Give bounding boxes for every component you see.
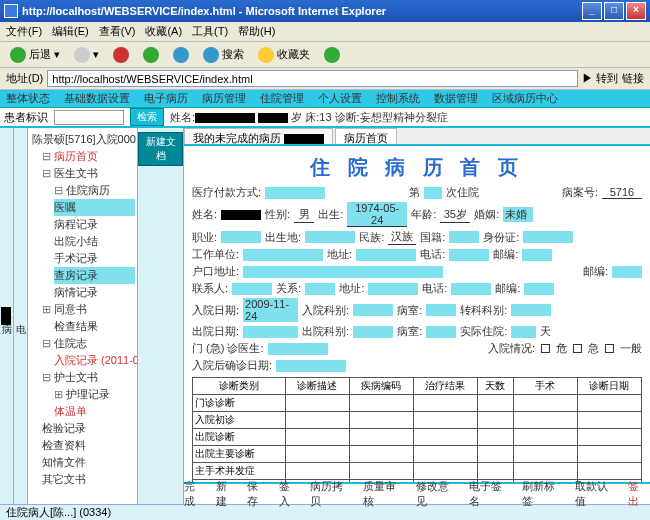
tree-inpatient-record[interactable]: ⊟ 住院病历: [54, 182, 135, 199]
search-button[interactable]: 搜索: [199, 45, 248, 65]
action-refresh[interactable]: 刷新标签: [522, 479, 565, 509]
marry-value[interactable]: 未婚: [503, 207, 533, 222]
action-save[interactable]: 保存: [247, 479, 269, 509]
menu-tools[interactable]: 工具(T): [192, 24, 228, 39]
table-row[interactable]: 出院诊断: [193, 429, 642, 446]
tab-record-home[interactable]: 病历首页: [335, 128, 397, 144]
birth-value[interactable]: 1974-05-24: [347, 202, 407, 227]
tree-doctor-docs[interactable]: ⊟ 医生文书: [42, 165, 135, 182]
stop-button[interactable]: [109, 45, 133, 65]
tree-informed[interactable]: 知情文件: [42, 454, 135, 471]
nav-inpatient[interactable]: 住院管理: [260, 91, 304, 106]
tree-admit-record[interactable]: 入院记录 (2011-07-: [54, 352, 135, 369]
minimize-button[interactable]: _: [582, 2, 602, 20]
address-input[interactable]: [47, 70, 578, 87]
table-row[interactable]: 出院主要诊断: [193, 446, 642, 463]
nav-data[interactable]: 数据管理: [434, 91, 478, 106]
nav-region[interactable]: 区域病历中心: [492, 91, 558, 106]
status-urgent[interactable]: [573, 344, 582, 353]
status-critical[interactable]: [541, 344, 550, 353]
tree-progress[interactable]: 病程记录: [54, 216, 135, 233]
tree-exam-data[interactable]: 检查资料: [42, 437, 135, 454]
ward-field[interactable]: [424, 187, 442, 199]
zip-field[interactable]: [522, 249, 552, 261]
menu-edit[interactable]: 编辑(E): [52, 24, 89, 39]
tree-nurse-docs[interactable]: ⊟ 护士文书: [42, 369, 135, 386]
back-button[interactable]: 后退▾: [6, 45, 64, 65]
born-field[interactable]: [305, 231, 355, 243]
tab-pending[interactable]: 我的未完成的病历: [184, 128, 333, 144]
outdate-field[interactable]: [243, 326, 298, 338]
menu-view[interactable]: 查看(V): [99, 24, 136, 39]
job-field[interactable]: [221, 231, 261, 243]
action-checkout[interactable]: 签出: [628, 479, 650, 509]
tree-surgery[interactable]: 手术记录: [54, 250, 135, 267]
trans-field[interactable]: [511, 304, 551, 316]
tree-consent[interactable]: ⊞ 同意书: [42, 301, 135, 318]
links-label[interactable]: 链接: [622, 71, 644, 86]
czip-field[interactable]: [524, 283, 554, 295]
tree-nursing[interactable]: ⊞ 护理记录: [54, 386, 135, 403]
action-edit-opinion[interactable]: 修改意见: [416, 479, 459, 509]
nav-emr[interactable]: 电子病历: [144, 91, 188, 106]
idno-field[interactable]: [523, 231, 573, 243]
indept-field[interactable]: [353, 304, 393, 316]
go-button[interactable]: ▶ 转到: [582, 71, 618, 86]
favorites-button[interactable]: 收藏夹: [254, 45, 314, 65]
nav-personal[interactable]: 个人设置: [318, 91, 362, 106]
left-rail-2[interactable]: 电子: [14, 128, 28, 504]
home-button[interactable]: [169, 45, 193, 65]
table-row[interactable]: 门诊诊断: [193, 395, 642, 412]
action-copy[interactable]: 病历拷贝: [310, 479, 353, 509]
refresh-button[interactable]: [139, 45, 163, 65]
close-button[interactable]: ×: [626, 2, 646, 20]
tree-orders[interactable]: 医嘱: [54, 199, 135, 216]
pay-field[interactable]: [265, 187, 325, 199]
country-field[interactable]: [449, 231, 479, 243]
menu-file[interactable]: 文件(F): [6, 24, 42, 39]
zip2-field[interactable]: [612, 266, 642, 278]
nav-status[interactable]: 整体状态: [6, 91, 50, 106]
days-field[interactable]: [511, 326, 536, 338]
tree-record-home[interactable]: ⊟ 病历首页: [42, 148, 135, 165]
nav-basedata[interactable]: 基础数据设置: [64, 91, 130, 106]
action-complete[interactable]: 完成: [184, 479, 206, 509]
tree-lab[interactable]: 检验记录: [42, 420, 135, 437]
patient-id-input[interactable]: [54, 110, 124, 125]
home-field[interactable]: [243, 266, 443, 278]
indate-value[interactable]: 2009-11-24: [243, 298, 298, 322]
ctel-field[interactable]: [451, 283, 491, 295]
action-checkin[interactable]: 签入: [279, 479, 301, 509]
addr-field[interactable]: [356, 249, 416, 261]
tree-root[interactable]: 陈景硕[5716]入院0001-1-1: [32, 131, 135, 148]
action-new[interactable]: 新建: [216, 479, 238, 509]
search-patient-button[interactable]: 检索: [130, 108, 164, 126]
bottom-tab-patient[interactable]: 住院病人[陈...] (0334): [6, 505, 111, 520]
forward-button[interactable]: ▾: [70, 45, 103, 65]
tel-field[interactable]: [449, 249, 489, 261]
nav-control[interactable]: 控制系统: [376, 91, 420, 106]
tree-exam-result[interactable]: 检查结果: [54, 318, 135, 335]
tree-other[interactable]: 其它文书: [42, 471, 135, 488]
tree-admission[interactable]: ⊟ 住院志: [42, 335, 135, 352]
status-normal[interactable]: [605, 344, 614, 353]
outward-field[interactable]: [426, 326, 456, 338]
tree-temp-sheet[interactable]: 体温单: [54, 403, 135, 420]
action-defaults[interactable]: 取款认值: [575, 479, 618, 509]
inward-field[interactable]: [426, 304, 456, 316]
menu-fav[interactable]: 收藏(A): [145, 24, 182, 39]
table-row[interactable]: 入院初诊: [193, 412, 642, 429]
caddr-field[interactable]: [368, 283, 418, 295]
history-button[interactable]: [320, 45, 344, 65]
contact-field[interactable]: [232, 283, 272, 295]
new-doc-button[interactable]: 新建文档: [138, 132, 183, 166]
confirm-date-field[interactable]: [276, 360, 346, 372]
er-doc-field[interactable]: [268, 343, 328, 355]
rel-field[interactable]: [305, 283, 335, 295]
nav-record-mgmt[interactable]: 病历管理: [202, 91, 246, 106]
maximize-button[interactable]: □: [604, 2, 624, 20]
menu-help[interactable]: 帮助(H): [238, 24, 275, 39]
tree-ward-round[interactable]: 查房记录: [54, 267, 135, 284]
action-review[interactable]: 质量审核: [363, 479, 406, 509]
tree-condition[interactable]: 病情记录: [54, 284, 135, 301]
